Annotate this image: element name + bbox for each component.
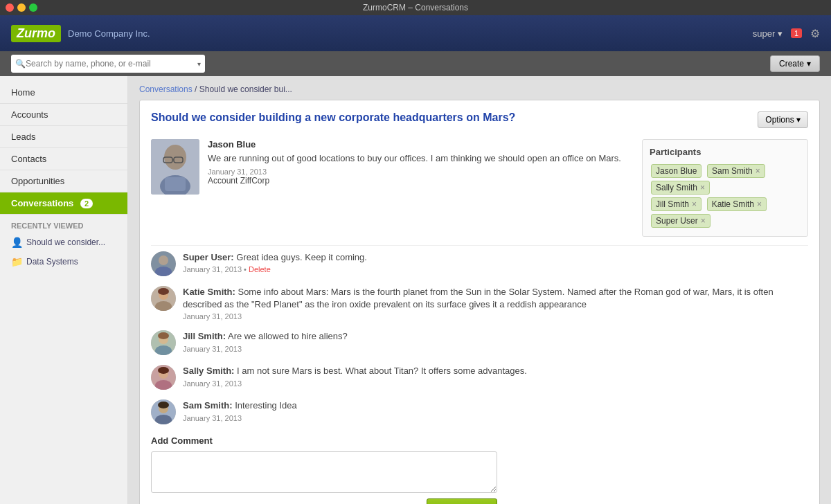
breadcrumb-current: Should we consider bui... <box>199 84 292 94</box>
comment-text: Super User: Great idea guys. Keep it com… <box>183 251 808 264</box>
top-section: Jason Blue We are running out of good lo… <box>151 139 808 246</box>
participant-katie-smith: Katie Smith × <box>707 197 767 211</box>
first-message: Jason Blue We are running out of good lo… <box>151 139 634 195</box>
sidebar-item-leads[interactable]: Leads <box>0 126 127 148</box>
options-button[interactable]: Options ▾ <box>758 111 808 128</box>
datasystems-recent-icon: 📁 <box>11 256 22 267</box>
minimize-button[interactable] <box>17 3 26 12</box>
remove-jill-smith[interactable]: × <box>692 199 697 209</box>
participant-sam-smith: Sam Smith × <box>707 164 765 178</box>
participant-jill-smith: Jill Smith × <box>651 197 702 211</box>
comment-date: January 31, 2013 <box>183 414 808 422</box>
recent-item-conversation[interactable]: 👤 Should we consider... <box>0 233 127 252</box>
participants-panel: Participants Jason Blue Sam Smith × Sall… <box>642 139 808 237</box>
jill-smith-avatar <box>151 330 176 355</box>
comment-row: Katie Smith: Some info about Mars: Mars … <box>151 286 808 321</box>
katie-smith-avatar <box>151 286 176 311</box>
logo: Zurmo <box>11 25 61 42</box>
recent-item-datasystems[interactable]: 📁 Data Systems <box>0 252 127 271</box>
participant-jason-blue: Jason Blue <box>651 164 702 178</box>
search-icon: 🔍 <box>15 59 26 69</box>
settings-icon[interactable]: ⚙ <box>810 27 820 40</box>
breadcrumb-parent[interactable]: Conversations <box>139 84 193 94</box>
comment-body: Sally Smith: I am not sure Mars is best.… <box>183 365 808 390</box>
comment-date: January 31, 2013 <box>183 345 808 353</box>
sidebar-item-conversations[interactable]: Conversations 2 <box>0 192 127 215</box>
notification-badge[interactable]: 1 <box>791 28 802 38</box>
search-bar: 🔍 ▾ Create ▾ <box>0 51 831 76</box>
conversation-header: Should we consider building a new corpor… <box>151 111 808 128</box>
create-button[interactable]: Create ▾ <box>770 55 820 72</box>
recently-viewed-heading: Recently Viewed <box>0 215 127 233</box>
top-nav: Zurmo Demo Company Inc. super ▾ 1 ⚙ <box>0 15 831 51</box>
add-comment-section: Add Comment Add Files Comment <box>151 435 808 504</box>
comment-submit-button[interactable]: Comment <box>427 498 497 504</box>
participant-super-user: Super User × <box>651 214 711 228</box>
remove-super-user[interactable]: × <box>701 216 706 226</box>
search-input-wrap: 🔍 ▾ <box>11 55 205 73</box>
first-msg-date: January 31, 2013 <box>208 168 634 176</box>
svg-point-25 <box>158 402 169 408</box>
sidebar-item-contacts[interactable]: Contacts <box>0 148 127 170</box>
first-msg-content: Jason Blue We are running out of good lo… <box>208 139 634 195</box>
comment-textarea[interactable] <box>151 451 497 493</box>
breadcrumb: Conversations / Should we consider bui..… <box>139 84 820 94</box>
comment-row: Sam Smith: Interesting Idea January 31, … <box>151 399 808 424</box>
remove-sam-smith[interactable]: × <box>756 166 760 176</box>
comments-section: Super User: Great idea guys. Keep it com… <box>151 251 808 424</box>
conversation-panel: Should we consider building a new corpor… <box>139 100 820 504</box>
participant-sally-smith: Sally Smith × <box>651 181 710 195</box>
comment-row: Super User: Great idea guys. Keep it com… <box>151 251 808 276</box>
comment-text: Katie Smith: Some info about Mars: Mars … <box>183 286 808 311</box>
first-msg-account: Account ZiffCorp <box>208 176 634 186</box>
comment-row: Jill Smith: Are we allowed to hire alien… <box>151 330 808 355</box>
close-button[interactable] <box>6 3 14 12</box>
recent-item-label: Data Systems <box>26 257 78 267</box>
delete-link[interactable]: Delete <box>249 265 271 273</box>
comment-body: Super User: Great idea guys. Keep it com… <box>183 251 808 276</box>
search-dropdown-icon[interactable]: ▾ <box>197 60 201 68</box>
logo-area: Zurmo Demo Company Inc. <box>11 25 150 42</box>
comment-body: Katie Smith: Some info about Mars: Mars … <box>183 286 808 321</box>
comment-text: Sally Smith: I am not sure Mars is best.… <box>183 365 808 377</box>
first-msg-author: Jason Blue <box>208 139 634 150</box>
comment-body: Jill Smith: Are we allowed to hire alien… <box>183 330 808 355</box>
company-name: Demo Company Inc. <box>68 28 150 39</box>
sidebar-item-accounts[interactable]: Accounts <box>0 104 127 126</box>
search-input[interactable] <box>26 59 195 69</box>
user-menu[interactable]: super ▾ <box>753 28 783 39</box>
svg-point-17 <box>158 332 169 339</box>
participants-heading: Participants <box>650 147 801 157</box>
recent-item-label: Should we consider... <box>26 237 105 247</box>
super-user-avatar <box>151 251 176 276</box>
main-layout: Home Accounts Leads Contacts Opportuniti… <box>0 76 831 504</box>
conversations-badge: 2 <box>80 199 93 208</box>
comment-body: Sam Smith: Interesting Idea January 31, … <box>183 399 808 424</box>
window-controls[interactable] <box>6 3 37 12</box>
svg-rect-6 <box>165 177 186 191</box>
comment-date: January 31, 2013 <box>183 379 808 388</box>
comment-text: Jill Smith: Are we allowed to hire alien… <box>183 330 808 343</box>
comment-date: January 31, 2013 <box>183 312 808 321</box>
sidebar-item-opportunities[interactable]: Opportunities <box>0 170 127 192</box>
conversation-recent-icon: 👤 <box>11 237 22 248</box>
svg-point-21 <box>158 367 169 374</box>
sam-smith-avatar <box>151 399 176 424</box>
comment-actions: Add Files Comment <box>151 498 497 504</box>
first-msg-text: We are running out of good locations to … <box>208 152 634 165</box>
remove-sally-smith[interactable]: × <box>700 183 705 192</box>
window-title: ZurmoCRM – Conversations <box>363 3 468 12</box>
comment-date: January 31, 2013 • Delete <box>183 265 808 273</box>
conversation-title: Should we consider building a new corpor… <box>151 111 515 124</box>
content-area: Conversations / Should we consider bui..… <box>128 76 831 504</box>
remove-katie-smith[interactable]: × <box>757 199 762 209</box>
svg-point-8 <box>159 255 168 265</box>
sidebar-item-home[interactable]: Home <box>0 82 127 104</box>
top-nav-right: super ▾ 1 ⚙ <box>753 27 820 40</box>
comment-row: Sally Smith: I am not sure Mars is best.… <box>151 365 808 390</box>
maximize-button[interactable] <box>29 3 37 12</box>
sally-smith-avatar <box>151 365 176 390</box>
svg-point-13 <box>158 288 169 295</box>
title-bar: ZurmoCRM – Conversations <box>0 0 831 15</box>
sidebar: Home Accounts Leads Contacts Opportuniti… <box>0 76 128 504</box>
